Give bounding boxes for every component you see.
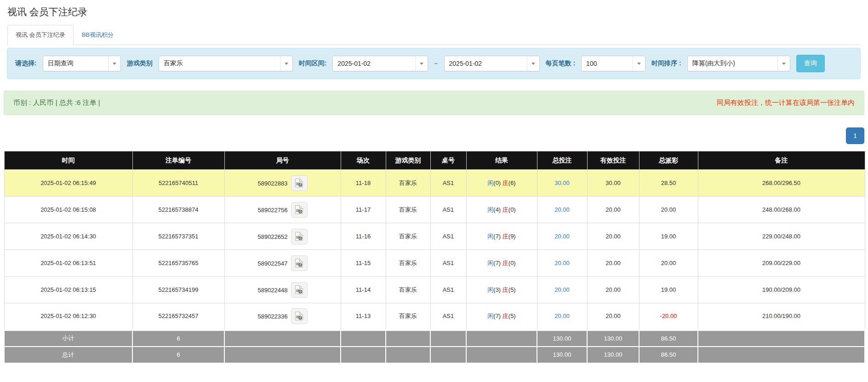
total-bet-link[interactable]: 20.00 [554,313,570,319]
cell-time: 2025-01-02 06:13:15 [4,277,132,303]
query-type-select[interactable]: 日期查询 [43,56,121,71]
footer-count: 6 [132,347,224,363]
cell-game-type: 百家乐 [386,277,430,303]
page-root: 视讯 会员下注纪录 视讯 会员下注纪录 BB视讯积分 请选择: 日期查询 游戏类… [0,6,868,364]
cell-total-bet: 20.00 [537,197,587,223]
result-player-label: 闲 [487,206,493,213]
table-row: 2025-01-02 06:13:15522165734199589022448… [4,277,865,303]
page-size-select[interactable]: 100 [581,56,645,71]
footer-game-type [386,330,430,347]
summary-bar: 币别 : 人民币 | 总共 :6 注单 | 同局有效投注，统一计算在该局第一张注… [4,91,864,115]
video-replay-button[interactable] [291,308,308,324]
cell-valid-bet: 30.00 [587,170,639,197]
page-title: 视讯 会员下注纪录 [7,6,861,18]
video-replay-button[interactable] [291,202,308,218]
total-bet-link[interactable]: 30.00 [554,179,570,186]
page-size-value: 100 [586,60,597,67]
video-replay-button[interactable] [291,282,308,298]
search-button[interactable]: 查询 [796,55,825,72]
cell-valid-bet: 20.00 [587,303,639,330]
cell-game-type: 百家乐 [386,197,430,223]
total-bet-link[interactable]: 20.00 [554,233,570,240]
game-type-label: 游戏类别 [127,59,153,68]
col-round-id: 局号 [224,151,341,170]
cell-table: AS1 [430,250,466,277]
footer-valid-bet: 130.00 [587,330,639,347]
footer-total-bet: 130.00 [537,330,587,347]
cell-round-id: 589022652 [224,223,341,250]
round-number: 589022448 [257,286,287,293]
cell-round-id: 589022547 [224,250,341,277]
result-player-count: (4) [493,206,501,213]
cell-result: 闲(4) 庄(0) [466,197,537,223]
cell-result: 闲(7) 庄(0) [466,250,537,277]
cell-session: 11-17 [341,197,386,223]
date-range-separator: ~ [434,60,438,67]
col-table: 桌号 [430,151,466,170]
video-replay-button[interactable] [291,175,308,191]
tab-bb-points[interactable]: BB视讯积分 [74,25,122,45]
result-banker-count: (0) [508,206,516,213]
round-number: 589022336 [257,313,287,319]
cell-valid-bet: 20.00 [587,197,639,223]
result-banker-label: 庄 [503,179,508,186]
game-type-value: 百家乐 [164,59,183,68]
result-banker-label: 庄 [503,233,508,240]
cell-result: 闲(0) 庄(6) [466,170,537,197]
round-number: 589022547 [257,260,287,266]
cell-session: 11-13 [341,303,386,330]
cell-bet-id: 522165735765 [132,250,224,277]
sort-select[interactable]: 降冪(由大到小) [687,56,790,71]
cell-game-type: 百家乐 [386,170,430,197]
cell-payout: 28.50 [639,170,698,197]
col-game-type: 游戏类别 [386,151,430,170]
result-banker-label: 庄 [503,313,508,319]
cell-result: 闲(7) 庄(9) [466,223,537,250]
page-1-button[interactable]: 1 [846,127,864,144]
cell-valid-bet: 20.00 [587,223,639,250]
cell-session: 11-18 [341,170,386,197]
cell-game-type: 百家乐 [386,250,430,277]
cell-table: AS1 [430,170,466,197]
result-player-count: (7) [493,260,501,266]
cell-bet-id: 522165740511 [132,170,224,197]
cell-payout: 20.00 [639,197,698,223]
film-icon [295,258,303,268]
game-type-select[interactable]: 百家乐 [159,56,293,71]
table-body: 2025-01-02 06:15:49522165740511589022883… [4,170,865,330]
cell-table: AS1 [430,303,466,330]
result-banker-label: 庄 [503,286,508,293]
date-from-select[interactable]: 2025-01-02 [332,56,428,71]
table-row: 2025-01-02 06:14:30522165737351589022652… [4,223,865,250]
footer-round [224,347,341,363]
cell-payout: 19.00 [639,223,698,250]
round-number: 589022756 [257,206,287,213]
tab-bar: 视讯 会员下注纪录 BB视讯积分 [7,25,861,45]
cell-payout: -20.00 [639,303,698,330]
total-bet-link[interactable]: 20.00 [554,286,570,293]
col-total-bet: 总投注 [537,151,587,170]
cell-time: 2025-01-02 06:13:51 [4,250,132,277]
sort-label: 时间排序 : [651,59,681,68]
footer-label: 总计 [4,347,132,363]
total-bet-link[interactable]: 20.00 [554,260,570,266]
cell-bet-id: 522165737351 [132,223,224,250]
notice-text: 同局有效投注，统一计算在该局第一张注单内 [717,98,855,107]
cell-note: 229.00/248.00 [698,223,865,250]
cell-session: 11-15 [341,250,386,277]
footer-session [341,330,386,347]
cell-result: 闲(3) 庄(5) [466,277,537,303]
cell-table: AS1 [430,197,466,223]
film-icon [295,232,303,241]
cell-bet-id: 522165738874 [132,197,224,223]
date-to-select[interactable]: 2025-01-02 [444,56,540,71]
cell-bet-id: 522165732457 [132,303,224,330]
tab-betting-records[interactable]: 视讯 会员下注纪录 [7,25,74,45]
result-banker-count: (5) [508,286,516,293]
total-bet-link[interactable]: 20.00 [554,206,570,213]
result-player-count: (7) [493,313,501,319]
video-replay-button[interactable] [291,229,308,244]
col-note: 备注 [698,151,865,170]
video-replay-button[interactable] [291,255,308,271]
footer-round [224,330,341,347]
